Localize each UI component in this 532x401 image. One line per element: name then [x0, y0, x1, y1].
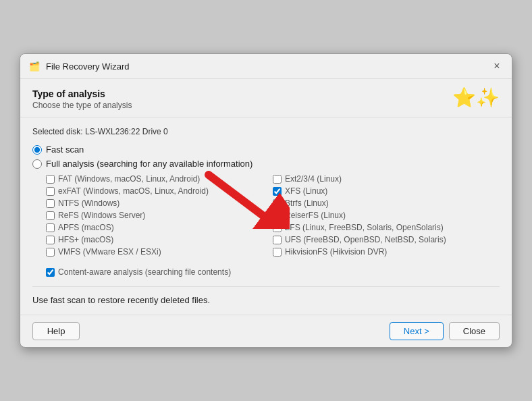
- fs-refs[interactable]: ReFS (Windows Server): [46, 211, 273, 220]
- filesystem-section: FAT (Windows, macOS, Linux, Android) exF…: [46, 174, 500, 257]
- dialog-body: Selected disk: LS-WXL236:22 Drive 0 Fast…: [20, 117, 512, 315]
- fs-hikvision[interactable]: HikvisionFS (Hikvision DVR): [273, 247, 500, 257]
- fs-reiserfs[interactable]: ReiserFS (Linux): [273, 211, 500, 220]
- fast-scan-option[interactable]: Fast scan: [32, 144, 500, 155]
- fast-scan-note: Use fast scan to restore recently delete…: [32, 286, 500, 305]
- fs-apfs[interactable]: APFS (macOS): [46, 223, 273, 232]
- fs-reiserfs-checkbox[interactable]: [273, 211, 282, 220]
- fs-xfs[interactable]: XFS (Linux): [273, 186, 500, 196]
- wizard-icon: ⭐✨: [452, 88, 500, 107]
- fast-scan-radio[interactable]: [32, 145, 42, 155]
- section-heading: Type of analysis: [32, 88, 132, 99]
- fs-btrfs-checkbox[interactable]: [273, 199, 282, 208]
- close-icon-button[interactable]: ×: [490, 59, 504, 73]
- footer-left: Help: [32, 322, 80, 340]
- full-analysis-label: Full analysis (searching for any availab…: [46, 159, 252, 169]
- fs-refs-checkbox[interactable]: [46, 211, 55, 220]
- title-bar: 🗂️ File Recovery Wizard ×: [20, 54, 512, 79]
- fast-scan-label: Fast scan: [46, 144, 84, 155]
- dialog-footer: Help Next > Close: [20, 315, 512, 347]
- fs-hikvision-checkbox[interactable]: [273, 248, 282, 257]
- fs-ext-checkbox[interactable]: [273, 175, 282, 184]
- fs-exfat-checkbox[interactable]: [46, 187, 55, 196]
- close-button[interactable]: Close: [449, 322, 500, 340]
- help-button[interactable]: Help: [32, 322, 80, 340]
- full-analysis-option[interactable]: Full analysis (searching for any availab…: [32, 159, 500, 169]
- full-analysis-radio[interactable]: [32, 159, 42, 169]
- fs-apfs-checkbox[interactable]: [46, 223, 55, 232]
- dialog-container: 🗂️ File Recovery Wizard × Type of analys…: [20, 53, 512, 348]
- content-aware-label: Content-aware analysis (searching file c…: [58, 267, 231, 277]
- title-bar-left: 🗂️ File Recovery Wizard: [28, 60, 130, 72]
- section-subheading: Choose the type of analysis: [32, 101, 132, 110]
- app-icon: 🗂️: [28, 60, 41, 72]
- content-aware-checkbox[interactable]: [46, 268, 55, 277]
- filesystem-col-right: Ext2/3/4 (Linux) XFS (Linux) Btrfs (Linu…: [273, 174, 500, 257]
- dialog-title: File Recovery Wizard: [46, 61, 130, 72]
- next-button[interactable]: Next >: [390, 322, 444, 340]
- fs-zfs-checkbox[interactable]: [273, 223, 282, 232]
- selected-disk-label: Selected disk: LS-WXL236:22 Drive 0: [32, 127, 500, 136]
- dialog-header: Type of analysis Choose the type of anal…: [20, 79, 512, 117]
- fs-vmfs-checkbox[interactable]: [46, 248, 55, 257]
- fs-ntfs[interactable]: NTFS (Windows): [46, 198, 273, 208]
- fs-ext[interactable]: Ext2/3/4 (Linux): [273, 174, 500, 184]
- filesystem-col-left: FAT (Windows, macOS, Linux, Android) exF…: [46, 174, 273, 257]
- fs-hfsplus[interactable]: HFS+ (macOS): [46, 235, 273, 244]
- header-text: Type of analysis Choose the type of anal…: [32, 88, 132, 110]
- fs-vmfs[interactable]: VMFS (VMware ESX / ESXi): [46, 247, 273, 257]
- content-aware-option[interactable]: Content-aware analysis (searching file c…: [46, 267, 500, 277]
- fs-btrfs[interactable]: Btrfs (Linux): [273, 198, 500, 208]
- fs-ntfs-checkbox[interactable]: [46, 199, 55, 208]
- fs-ufs-checkbox[interactable]: [273, 236, 282, 244]
- fs-ufs[interactable]: UFS (FreeBSD, OpenBSD, NetBSD, Solaris): [273, 235, 500, 244]
- fs-zfs[interactable]: ZFS (Linux, FreeBSD, Solaris, OpenSolari…: [273, 223, 500, 232]
- fs-fat-checkbox[interactable]: [46, 175, 55, 184]
- fs-xfs-checkbox[interactable]: [273, 187, 282, 196]
- fs-fat[interactable]: FAT (Windows, macOS, Linux, Android): [46, 174, 273, 184]
- fs-exfat[interactable]: exFAT (Windows, macOS, Linux, Android): [46, 186, 273, 196]
- footer-right: Next > Close: [390, 322, 500, 340]
- fs-hfsplus-checkbox[interactable]: [46, 236, 55, 244]
